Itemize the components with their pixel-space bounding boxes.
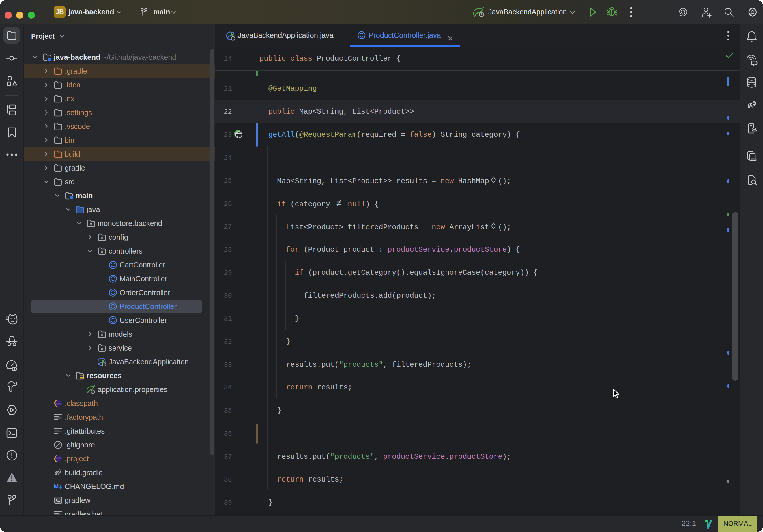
- svg-text:M: M: [54, 483, 59, 489]
